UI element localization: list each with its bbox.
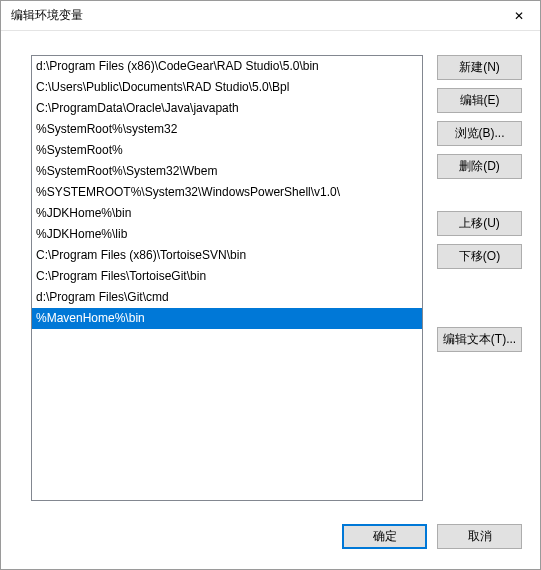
list-item[interactable]: d:\Program Files\Git\cmd — [32, 287, 422, 308]
list-item[interactable]: %SystemRoot%\System32\Wbem — [32, 161, 422, 182]
list-item[interactable]: d:\Program Files (x86)\CodeGear\RAD Stud… — [32, 56, 422, 77]
edit-env-var-dialog: 编辑环境变量 ✕ d:\Program Files (x86)\CodeGear… — [0, 0, 541, 570]
list-item[interactable]: %SYSTEMROOT%\System32\WindowsPowerShell\… — [32, 182, 422, 203]
move-down-button[interactable]: 下移(O) — [437, 244, 522, 269]
dialog-content: d:\Program Files (x86)\CodeGear\RAD Stud… — [1, 31, 540, 519]
edit-text-button[interactable]: 编辑文本(T)... — [437, 327, 522, 352]
ok-button[interactable]: 确定 — [342, 524, 427, 549]
titlebar: 编辑环境变量 ✕ — [1, 1, 540, 31]
browse-button[interactable]: 浏览(B)... — [437, 121, 522, 146]
edit-button[interactable]: 编辑(E) — [437, 88, 522, 113]
cancel-button[interactable]: 取消 — [437, 524, 522, 549]
list-item[interactable]: %SystemRoot% — [32, 140, 422, 161]
list-item[interactable]: C:\ProgramData\Oracle\Java\javapath — [32, 98, 422, 119]
new-button[interactable]: 新建(N) — [437, 55, 522, 80]
list-item[interactable]: %SystemRoot%\system32 — [32, 119, 422, 140]
list-item[interactable]: %JDKHome%\lib — [32, 224, 422, 245]
close-icon: ✕ — [514, 9, 524, 23]
list-item[interactable]: C:\Program Files (x86)\TortoiseSVN\bin — [32, 245, 422, 266]
side-buttons: 新建(N) 编辑(E) 浏览(B)... 删除(D) 上移(U) 下移(O) 编… — [437, 55, 522, 509]
close-button[interactable]: ✕ — [498, 1, 540, 31]
list-item[interactable]: C:\Users\Public\Documents\RAD Studio\5.0… — [32, 77, 422, 98]
dialog-title: 编辑环境变量 — [11, 7, 498, 24]
list-item[interactable]: %MavenHome%\bin — [32, 308, 422, 329]
list-item[interactable]: %JDKHome%\bin — [32, 203, 422, 224]
list-item[interactable]: C:\Program Files\TortoiseGit\bin — [32, 266, 422, 287]
dialog-footer: 确定 取消 — [1, 519, 540, 569]
move-up-button[interactable]: 上移(U) — [437, 211, 522, 236]
path-listbox[interactable]: d:\Program Files (x86)\CodeGear\RAD Stud… — [31, 55, 423, 501]
delete-button[interactable]: 删除(D) — [437, 154, 522, 179]
